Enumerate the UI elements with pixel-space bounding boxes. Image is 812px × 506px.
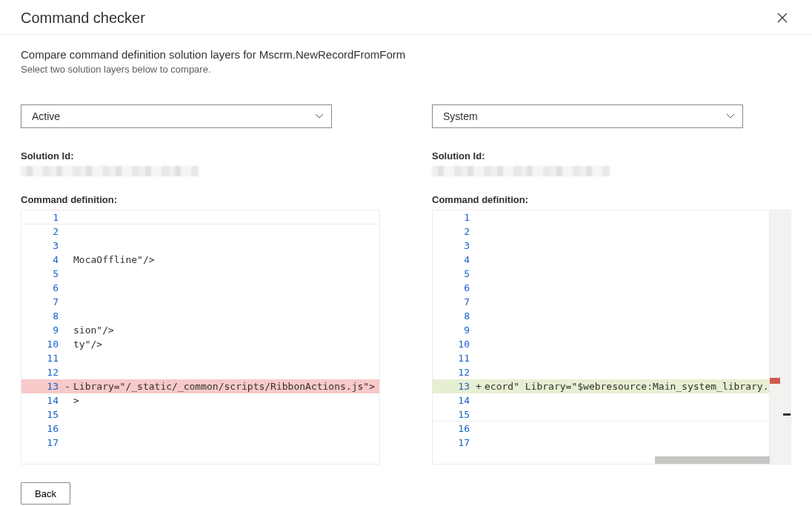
code-text xyxy=(483,422,485,436)
code-text xyxy=(72,436,73,450)
line-number: 14 xyxy=(433,393,476,407)
right-column: System Solution Id: Command definition: … xyxy=(432,104,791,465)
diff-marker-char xyxy=(476,281,483,295)
diff-marker-char xyxy=(476,422,483,436)
left-solution-id-value-redacted xyxy=(21,166,199,176)
chevron-down-icon xyxy=(726,112,735,121)
code-text xyxy=(72,239,73,253)
line-number: 15 xyxy=(433,407,476,421)
code-line: 9sion"/> xyxy=(21,323,379,337)
diff-marker-char xyxy=(476,365,483,379)
code-text: sion"/> xyxy=(72,323,114,337)
code-line: 9 xyxy=(433,323,769,337)
line-number: 2 xyxy=(433,224,476,239)
diff-marker-char xyxy=(476,267,483,281)
code-text xyxy=(483,210,485,224)
diff-marker-char xyxy=(476,295,483,309)
diff-marker-char xyxy=(476,393,483,407)
diff-marker-char xyxy=(64,351,72,365)
diff-marker-char: - xyxy=(64,379,72,393)
line-number: 9 xyxy=(21,323,64,337)
line-number: 14 xyxy=(21,393,64,407)
line-number: 13 xyxy=(21,379,64,393)
line-number: 1 xyxy=(433,210,476,224)
diff-marker-char xyxy=(64,281,72,295)
code-line: 2 xyxy=(433,224,769,239)
code-text xyxy=(483,224,485,239)
code-line: 16 xyxy=(21,422,379,436)
diff-marker-char xyxy=(64,224,72,239)
line-number: 12 xyxy=(21,365,64,379)
diff-marker-char xyxy=(476,239,483,253)
code-text: ecord" Library="$webresource:Main_system… xyxy=(483,379,791,393)
code-text xyxy=(483,337,485,351)
code-line: 6 xyxy=(433,281,769,295)
diff-marker-char xyxy=(476,309,483,323)
code-line: 3 xyxy=(433,239,769,253)
code-line: 3 xyxy=(21,239,379,253)
diff-marker-char xyxy=(64,365,72,379)
code-line: 8 xyxy=(433,309,769,323)
dialog-header: Command checker xyxy=(0,0,812,35)
diff-marker-char xyxy=(476,351,483,365)
code-line: 13+ecord" Library="$webresource:Main_sys… xyxy=(433,379,769,393)
line-number: 17 xyxy=(21,436,64,450)
back-button[interactable]: Back xyxy=(21,482,70,505)
right-solution-id-value-redacted xyxy=(432,166,610,176)
left-layer-select[interactable]: Active xyxy=(21,104,332,128)
diff-marker-char xyxy=(64,253,72,267)
left-column: Active Solution Id: Command definition: … xyxy=(21,104,380,465)
code-text xyxy=(72,210,73,224)
right-command-def-label: Command definition: xyxy=(432,194,791,205)
diff-marker-char xyxy=(64,309,72,323)
line-number: 9 xyxy=(433,323,476,337)
code-line: 15 xyxy=(433,407,769,422)
code-line: 4MocaOffline"/> xyxy=(21,253,379,267)
code-text xyxy=(72,351,73,365)
diff-marker-char xyxy=(64,267,72,281)
diff-marker-char xyxy=(64,393,72,407)
right-solution-id-label: Solution Id: xyxy=(432,150,791,162)
right-code-viewer[interactable]: 12345678910111213+ecord" Library="$webre… xyxy=(432,210,791,465)
code-text xyxy=(72,224,73,239)
left-code-viewer[interactable]: 1234MocaOffline"/>56789sion"/>10ty"/>111… xyxy=(21,210,380,465)
line-number: 6 xyxy=(21,281,64,295)
diff-marker-char xyxy=(64,407,72,422)
diff-marker-char xyxy=(64,239,72,253)
code-text xyxy=(483,239,485,253)
code-line: 14 xyxy=(433,393,769,407)
code-text xyxy=(72,281,73,295)
right-layer-select[interactable]: System xyxy=(432,104,743,128)
code-line: 10ty"/> xyxy=(21,337,379,351)
diff-marker-char xyxy=(64,210,72,224)
line-number: 11 xyxy=(21,351,64,365)
diff-marker-char xyxy=(476,323,483,337)
code-line: 1 xyxy=(433,210,769,224)
line-number: 17 xyxy=(433,436,476,450)
line-number: 2 xyxy=(21,224,64,239)
helper-text: Select two solution layers below to comp… xyxy=(21,64,791,75)
code-text xyxy=(72,422,73,436)
code-line: 16 xyxy=(433,422,769,436)
close-button[interactable] xyxy=(773,9,791,27)
line-number: 12 xyxy=(433,365,476,379)
code-text: ty"/> xyxy=(72,337,102,351)
diff-marker-char xyxy=(476,337,483,351)
code-line: 7 xyxy=(21,295,379,309)
line-number: 11 xyxy=(433,351,476,365)
code-text xyxy=(72,267,73,281)
horizontal-scrollbar[interactable] xyxy=(655,456,769,464)
code-line: 17 xyxy=(21,436,379,450)
right-layer-select-value: System xyxy=(443,110,478,122)
line-number: 16 xyxy=(433,422,476,436)
line-number: 16 xyxy=(21,422,64,436)
code-text: MocaOffline"/> xyxy=(72,253,155,267)
code-line: 5 xyxy=(21,267,379,281)
code-text xyxy=(483,295,485,309)
code-text xyxy=(483,351,485,365)
line-number: 10 xyxy=(433,337,476,351)
chevron-down-icon xyxy=(315,112,324,121)
diff-overview-ruler[interactable] xyxy=(770,210,791,464)
diff-marker-char xyxy=(64,295,72,309)
left-layer-select-value: Active xyxy=(32,110,60,122)
